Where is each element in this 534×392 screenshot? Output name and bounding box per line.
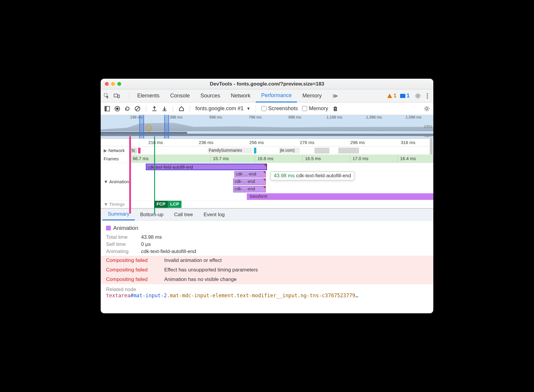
animating-value: cdk-text-field-autofill-end xyxy=(141,249,196,255)
close-icon[interactable] xyxy=(105,82,109,86)
transform-bar[interactable]: transform xyxy=(247,193,433,200)
svg-rect-1 xyxy=(114,94,118,97)
svg-line-32 xyxy=(428,107,429,107)
panel-tabs: Elements Console Sources Network Perform… xyxy=(132,89,343,102)
upload-icon[interactable] xyxy=(151,106,157,112)
svg-line-9 xyxy=(416,94,417,94)
summary-title: Animation xyxy=(113,225,138,231)
home-icon[interactable] xyxy=(178,106,184,112)
svg-point-19 xyxy=(116,108,119,110)
net-segment[interactable]: ts xyxy=(130,148,137,154)
svg-rect-2 xyxy=(118,95,119,98)
gear-icon[interactable] xyxy=(415,93,421,99)
main-tab-strip: Elements Console Sources Network Perform… xyxy=(101,89,433,102)
svg-line-31 xyxy=(428,110,429,110)
animation-bar-selected[interactable]: cdk-text-field-autofill-end xyxy=(146,164,267,170)
svg-point-14 xyxy=(427,95,428,97)
tabs-overflow[interactable]: ≫ xyxy=(327,89,343,102)
network-track: ▶Network ts FamilySummaries jle.com) xyxy=(101,146,433,155)
range-handle-right[interactable] xyxy=(164,115,169,138)
reload-icon[interactable] xyxy=(124,106,130,112)
svg-line-30 xyxy=(425,107,426,107)
frame-cell[interactable]: 66.7 ms xyxy=(130,155,211,163)
device-icon[interactable] xyxy=(114,93,120,99)
cpu-graph xyxy=(101,122,433,131)
clear-icon[interactable] xyxy=(135,106,140,112)
animation-bar[interactable]: cdk-…-end xyxy=(233,186,266,192)
compositing-failed-row: Compositing failedInvalid animation or e… xyxy=(101,256,433,265)
svg-line-21 xyxy=(136,107,139,110)
chevron-down-icon: ▼ xyxy=(247,106,250,111)
tab-event-log[interactable]: Event log xyxy=(198,209,230,220)
net-segment[interactable] xyxy=(254,148,256,154)
category-swatch xyxy=(106,226,111,230)
range-handle-left[interactable] xyxy=(139,115,144,138)
trash-icon[interactable] xyxy=(332,106,338,112)
compositing-failed-row: Compositing failedAnimation has no visib… xyxy=(101,275,433,284)
frame-cell[interactable]: 16.8 ms xyxy=(255,155,303,163)
svg-line-33 xyxy=(425,110,426,110)
net-segment[interactable] xyxy=(315,148,329,154)
tab-memory[interactable]: Memory xyxy=(297,89,327,102)
frame-cell[interactable]: 15.7 ms xyxy=(211,155,255,163)
tab-elements[interactable]: Elements xyxy=(132,89,165,102)
svg-rect-17 xyxy=(105,106,107,111)
svg-line-11 xyxy=(419,94,420,94)
frame-cell[interactable]: 16.4 ms xyxy=(398,155,433,163)
net-segment[interactable]: jle.com) xyxy=(279,148,300,154)
inspect-icon[interactable] xyxy=(104,93,110,99)
timing-markers[interactable]: FCPLCP xyxy=(154,201,181,208)
window-title: DevTools - fonts.google.com/?preview.siz… xyxy=(101,81,433,87)
svg-line-12 xyxy=(416,97,417,98)
tab-bottom-up[interactable]: Bottom-up xyxy=(135,209,169,220)
timings-track: ▼Timings FCPLCP xyxy=(101,200,433,208)
net-segment[interactable]: FamilySummaries xyxy=(208,148,252,154)
net-segment[interactable] xyxy=(138,148,140,154)
cpu-label: CPU xyxy=(424,124,432,129)
animation-bar[interactable]: cdk-…-end xyxy=(233,178,266,185)
download-icon[interactable] xyxy=(162,106,168,112)
flamechart-ruler: 216 ms236 ms256 ms276 ms296 ms316 ms xyxy=(101,139,433,146)
net-graph xyxy=(101,134,433,136)
detail-tabs: Summary Bottom-up Call tree Event log xyxy=(101,209,433,221)
perf-toolbar: fonts.google.com #1 ▼ Screenshots Memory xyxy=(101,102,433,115)
timeline-overview[interactable]: 196 ms396 ms596 ms796 ms996 ms1,196 ms1,… xyxy=(101,115,433,139)
titlebar: DevTools - fonts.google.com/?preview.siz… xyxy=(101,79,433,89)
svg-point-15 xyxy=(427,97,428,99)
minimize-icon[interactable] xyxy=(111,82,115,86)
frame-cell[interactable]: 16.5 ms xyxy=(303,155,350,163)
warnings-badge[interactable]: 1 xyxy=(387,93,396,99)
svg-point-4 xyxy=(417,95,419,97)
compositing-failed-row: Compositing failedEffect has unsupported… xyxy=(101,265,433,275)
animations-track: ▼Animations cdk-text-field-autofill-end … xyxy=(101,163,433,200)
marker-line xyxy=(129,136,131,214)
summary-pane: Animation Total time43.98 ms Self time0 … xyxy=(101,221,433,313)
svg-line-10 xyxy=(419,97,420,98)
tab-sources[interactable]: Sources xyxy=(195,89,225,102)
tab-call-tree[interactable]: Call tree xyxy=(169,209,198,220)
frame-cell[interactable]: 17.0 ms xyxy=(350,155,398,163)
animation-bar[interactable]: cdk-…-end xyxy=(234,171,266,178)
frames-track: Frames 66.7 ms 15.7 ms 16.8 ms 16.5 ms 1… xyxy=(101,155,433,163)
total-time-value: 43.98 ms xyxy=(141,234,162,240)
svg-rect-3 xyxy=(400,94,405,98)
tab-performance[interactable]: Performance xyxy=(256,89,297,102)
gear-icon[interactable] xyxy=(424,106,430,112)
self-time-value: 0 μs xyxy=(141,241,151,247)
screenshots-checkbox[interactable]: Screenshots xyxy=(261,105,298,112)
related-node-link[interactable]: textarea#mat-input-2.mat-mdc-input-eleme… xyxy=(106,293,428,298)
net-label: NET xyxy=(424,133,432,138)
tab-network[interactable]: Network xyxy=(225,89,256,102)
net-segment[interactable] xyxy=(338,148,359,154)
memory-checkbox[interactable]: Memory xyxy=(302,105,328,112)
toggle-pane-icon[interactable] xyxy=(104,106,110,112)
traffic-lights xyxy=(105,82,121,86)
zoom-icon[interactable] xyxy=(117,82,121,86)
recording-selector[interactable]: fonts.google.com #1 ▼ xyxy=(195,105,250,112)
issues-badge[interactable]: 1 xyxy=(400,93,410,99)
devtools-window: DevTools - fonts.google.com/?preview.siz… xyxy=(101,79,433,313)
tab-console[interactable]: Console xyxy=(165,89,195,102)
kebab-icon[interactable] xyxy=(424,93,430,99)
svg-point-25 xyxy=(426,108,428,110)
record-icon[interactable] xyxy=(114,106,120,112)
